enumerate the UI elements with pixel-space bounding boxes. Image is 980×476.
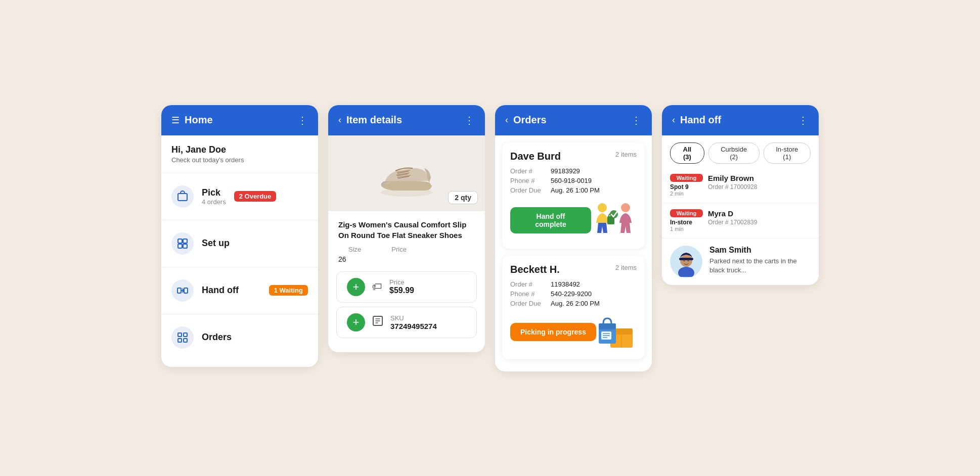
order-dave-num-label: Order # xyxy=(510,167,546,175)
myra-time-label: 1 min xyxy=(670,226,703,232)
emily-order: Order # 17000928 xyxy=(708,183,757,191)
orders-label: Orders xyxy=(202,332,232,343)
filter-tab-curbside[interactable]: Curbside (2) xyxy=(708,142,760,164)
handoff-item-myra[interactable]: Waiting In-store 1 min Myra D Order # 17… xyxy=(662,203,819,239)
item-details-header: ‹ Item details ⋮ xyxy=(328,105,485,135)
order-card-beckett: Beckett H. 2 items Order # 11938492 Phon… xyxy=(502,256,645,359)
menu-icon[interactable]: ☰ xyxy=(171,115,180,126)
handoff-panel-back[interactable]: ‹ xyxy=(672,115,675,125)
add-sku-btn[interactable]: + xyxy=(347,313,365,331)
order-dave-due-val: Aug. 26 1:00 PM xyxy=(551,186,600,194)
svg-rect-0 xyxy=(178,194,187,201)
item-name: Zig-s Women's Causal Comfort Slip On Rou… xyxy=(328,211,485,244)
divider-3 xyxy=(161,267,318,267)
order-beckett-num: Order # 11938492 xyxy=(510,280,637,288)
sku-row: + SKU 37249495274 xyxy=(336,307,477,338)
item-details-header-left: ‹ Item details xyxy=(338,114,402,126)
menu-item-handoff[interactable]: Hand off 1 Waiting xyxy=(161,271,318,310)
divider-1 xyxy=(161,173,318,173)
svg-rect-32 xyxy=(679,258,693,260)
order-dave-phone-label: Phone # xyxy=(510,177,546,184)
order-beckett-footer: Picking in progress xyxy=(510,313,637,351)
order-dave-due-label: Order Due xyxy=(510,186,546,194)
panels-container: ☰ Home ⋮ Hi, Jane Doe Check out today's … xyxy=(161,105,819,371)
sku-info: SKU 37249495274 xyxy=(390,314,437,330)
emily-badge-col: Waiting Spot 9 2 min xyxy=(670,174,703,197)
svg-rect-7 xyxy=(178,333,182,337)
item-attrs: Size 26 Price xyxy=(328,244,485,267)
myra-order: Order # 17002839 xyxy=(708,219,757,226)
orders-more[interactable]: ⋮ xyxy=(631,114,642,126)
orders-title: Orders xyxy=(513,114,547,126)
svg-rect-8 xyxy=(184,333,187,337)
svg-rect-10 xyxy=(184,339,187,342)
menu-item-pick[interactable]: Pick 4 orders 2 Overdue xyxy=(161,177,318,216)
handoff-icon xyxy=(171,279,194,302)
orders-header-left: ‹ Orders xyxy=(505,114,547,126)
divider-4 xyxy=(161,314,318,314)
price-tag-icon: 🏷 xyxy=(372,281,382,293)
price-info: Price $59.99 xyxy=(389,278,414,295)
qty-badge: 2 qty xyxy=(448,191,478,204)
divider-2 xyxy=(161,220,318,220)
item-image xyxy=(374,151,439,201)
bags-illustration xyxy=(596,313,637,351)
pick-badge: 2 Overdue xyxy=(234,191,277,202)
order-dave-footer: Hand off complete xyxy=(510,200,637,241)
handoff-info: Hand off xyxy=(202,285,261,296)
sam-smith-card[interactable]: Sam Smith Parked next to the carts in th… xyxy=(662,239,819,285)
order-dave-num-val: 99183929 xyxy=(551,167,580,175)
emily-waiting-badge: Waiting xyxy=(670,174,703,182)
myra-name: Myra D xyxy=(708,209,757,218)
price-label: Price xyxy=(389,278,414,286)
order-beckett-due-label: Order Due xyxy=(510,300,546,307)
sam-info: Sam Smith Parked next to the carts in th… xyxy=(709,246,811,275)
handoff-item-emily[interactable]: Waiting Spot 9 2 min Emily Brown Order #… xyxy=(662,168,819,203)
item-details-more[interactable]: ⋮ xyxy=(464,114,475,126)
handoff-complete-btn[interactable]: Hand off complete xyxy=(510,207,591,233)
home-more-icon[interactable]: ⋮ xyxy=(297,114,308,126)
order-dave-num: Order # 99183929 xyxy=(510,167,637,175)
order-beckett-header: Beckett H. 2 items xyxy=(510,264,637,275)
myra-order-num: 17002839 xyxy=(730,219,757,226)
order-dave-phone: Phone # 560-918-0019 xyxy=(510,177,637,184)
setup-info: Set up xyxy=(202,238,230,249)
svg-rect-6 xyxy=(184,288,188,293)
picking-in-progress-btn[interactable]: Picking in progress xyxy=(510,323,596,341)
filter-tab-instore[interactable]: In-store (1) xyxy=(764,142,811,164)
myra-spot-label: In-store xyxy=(670,219,703,226)
sam-desc: Parked next to the carts in the black tr… xyxy=(709,257,811,275)
handoff-badge: 1 Waiting xyxy=(269,285,308,296)
home-header: ☰ Home ⋮ xyxy=(161,105,318,135)
sku-value: 37249495274 xyxy=(390,322,437,330)
myra-info: Myra D Order # 17002839 xyxy=(708,209,757,226)
pick-sub: 4 orders xyxy=(202,198,226,206)
orders-back[interactable]: ‹ xyxy=(505,115,508,125)
handoff-panel: ‹ Hand off ⋮ All (3) Curbside (2) In-sto… xyxy=(662,105,819,285)
item-details-back[interactable]: ‹ xyxy=(338,115,341,125)
order-beckett-phone-val: 540-229-9200 xyxy=(551,290,592,298)
order-dave-count: 2 items xyxy=(615,151,637,158)
greeting-section: Hi, Jane Doe Check out today's orders xyxy=(161,135,318,169)
filter-tabs: All (3) Curbside (2) In-store (1) xyxy=(662,135,819,168)
emily-time-label: 2 min xyxy=(670,191,703,197)
order-beckett-name: Beckett H. xyxy=(510,264,560,275)
pick-icon xyxy=(171,185,194,208)
sku-label: SKU xyxy=(390,314,437,322)
item-price-attr: Price xyxy=(381,244,417,263)
svg-rect-1 xyxy=(178,239,182,243)
svg-point-18 xyxy=(621,203,630,212)
add-price-btn[interactable]: + xyxy=(347,278,365,296)
myra-badge-col: Waiting In-store 1 min xyxy=(670,209,703,232)
pick-info: Pick 4 orders xyxy=(202,187,226,206)
svg-point-34 xyxy=(688,260,689,261)
sam-name: Sam Smith xyxy=(709,246,811,255)
handoff-panel-more[interactable]: ⋮ xyxy=(798,114,809,126)
handoff-panel-title: Hand off xyxy=(680,114,721,126)
order-beckett-count: 2 items xyxy=(615,264,637,271)
svg-rect-2 xyxy=(178,244,182,248)
menu-item-orders[interactable]: Orders xyxy=(161,318,318,357)
menu-item-setup[interactable]: Set up xyxy=(161,224,318,263)
svg-point-31 xyxy=(680,255,692,267)
filter-tab-all[interactable]: All (3) xyxy=(670,142,704,164)
